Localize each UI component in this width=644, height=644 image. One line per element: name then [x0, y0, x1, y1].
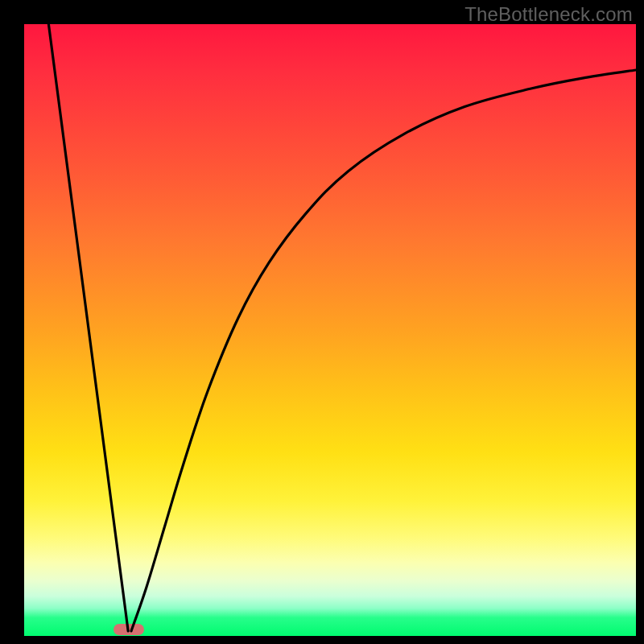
plot-area [24, 24, 636, 636]
curve-left-descent [48, 24, 128, 631]
attribution-text: TheBottleneck.com [464, 3, 633, 26]
chart-frame: TheBottleneck.com [0, 0, 644, 644]
curve-layer [24, 24, 636, 636]
curve-right-ascent [131, 70, 636, 631]
